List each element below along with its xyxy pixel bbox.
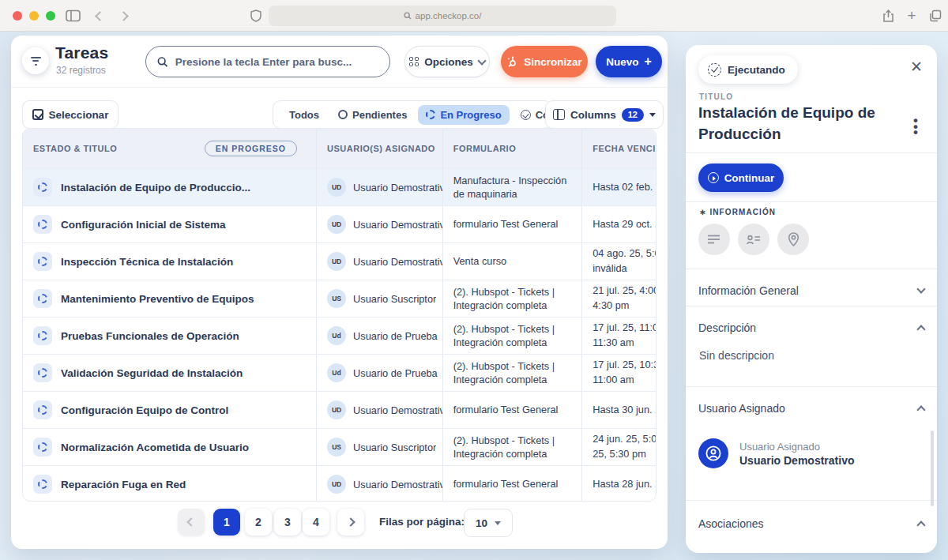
select-button[interactable]: Seleccionar bbox=[22, 100, 118, 129]
section-descripcion[interactable]: Descripción bbox=[698, 321, 924, 334]
section-asociaciones[interactable]: Asociaciones bbox=[698, 517, 924, 530]
panel-scrollbar[interactable] bbox=[931, 430, 934, 506]
address-bar[interactable]: app.checkop.co/ bbox=[269, 6, 616, 26]
table-row[interactable]: Configuración Equipo de ControlUDUsuario… bbox=[23, 391, 656, 428]
table-row[interactable]: Mantenimiento Preventivo de EquiposUSUsu… bbox=[23, 280, 656, 317]
user-avatar: Ud bbox=[327, 363, 346, 382]
status-in-progress-icon bbox=[33, 289, 52, 308]
rows-per-page-label: Filas por página: bbox=[379, 516, 465, 528]
page-button-3[interactable]: 3 bbox=[274, 509, 301, 536]
circle-icon bbox=[338, 110, 348, 119]
filter-tab-en-progreso[interactable]: En Progreso bbox=[418, 105, 509, 125]
close-icon[interactable]: ✕ bbox=[910, 59, 923, 74]
due-date: Hasta 29 oct. 25 bbox=[581, 206, 656, 242]
col-header-estado-titulo: ESTADO & TITULO bbox=[33, 144, 117, 153]
location-pin-icon[interactable] bbox=[777, 224, 809, 255]
section-usuario-asignado[interactable]: Usuario Asignado bbox=[698, 402, 924, 415]
prev-page-button[interactable] bbox=[178, 509, 205, 536]
assigned-users-icon[interactable] bbox=[738, 224, 769, 255]
table-row[interactable]: Validación Seguridad de InstalaciónUdUsu… bbox=[23, 354, 656, 391]
table-row[interactable]: Inspección Técnica de InstalaciónUDUsuar… bbox=[23, 242, 656, 280]
chevron-up-icon bbox=[916, 405, 925, 414]
zoom-window-button[interactable] bbox=[46, 11, 55, 21]
due-date: Hasta 30 jun. 25 bbox=[581, 392, 656, 428]
status-filter-badge: EN PROGRESO bbox=[205, 141, 297, 156]
filter-tab-pendientes[interactable]: Pendientes bbox=[330, 105, 415, 125]
form-name: Venta curso bbox=[442, 243, 582, 280]
new-button[interactable]: Nuevo + bbox=[596, 46, 662, 77]
status-in-progress-icon bbox=[33, 326, 52, 345]
information-label: INFORMACIÓN bbox=[709, 208, 776, 216]
share-icon[interactable] bbox=[878, 6, 897, 25]
assigned-user: Usuario Demostrativo bbox=[353, 219, 442, 231]
due-date: 17 jul. 25, 10:30 am11:00 am bbox=[581, 355, 656, 391]
form-name: formulario Test General bbox=[442, 206, 582, 242]
form-name: formulario Test General bbox=[442, 392, 582, 428]
options-button[interactable]: Opciones bbox=[404, 46, 490, 77]
chevron-up-icon bbox=[916, 521, 925, 529]
task-title: Mantenimiento Preventivo de Equipos bbox=[61, 293, 254, 305]
dashed-circle-icon bbox=[426, 110, 435, 119]
section-informacion-general[interactable]: Información General bbox=[698, 284, 924, 297]
more-options-icon[interactable]: ••• bbox=[910, 118, 921, 136]
status-in-progress-icon bbox=[33, 400, 52, 419]
search-box bbox=[145, 46, 390, 77]
shield-icon[interactable] bbox=[246, 6, 265, 25]
hubspot-icon bbox=[506, 56, 518, 68]
checkbox-icon bbox=[32, 109, 43, 120]
play-icon bbox=[708, 172, 719, 183]
status-in-progress-icon bbox=[33, 363, 52, 382]
close-window-button[interactable] bbox=[13, 11, 22, 21]
page-button-4[interactable]: 4 bbox=[303, 509, 329, 536]
page-title: Tareas bbox=[55, 43, 108, 62]
tab-overview-icon[interactable] bbox=[926, 6, 945, 25]
url-text: app.checkop.co/ bbox=[416, 11, 482, 21]
due-date: 04 ago. 25, 5:00 pminválida bbox=[581, 243, 656, 280]
form-name: (2). Hubspot - Tickets | Integración com… bbox=[442, 318, 582, 354]
continue-button[interactable]: Continuar bbox=[698, 163, 784, 192]
status-in-progress-icon bbox=[33, 438, 52, 457]
assigned-user: Usuario Suscriptor bbox=[353, 293, 436, 305]
tasks-card: Tareas 32 registros Opciones Sincronizar… bbox=[11, 36, 668, 549]
assigned-user: Usuario Demostrativo bbox=[353, 182, 442, 194]
form-name: Manufactura - Inspección de maquinaria bbox=[442, 169, 582, 205]
columns-button[interactable]: Columns 12 bbox=[545, 100, 664, 129]
user-avatar: UD bbox=[327, 178, 346, 197]
columns-icon bbox=[553, 109, 565, 120]
task-title: Validación Seguridad de Instalación bbox=[61, 367, 243, 379]
assigned-user: Usuario de Prueba bbox=[353, 330, 438, 342]
user-avatar: Ud bbox=[327, 326, 346, 345]
search-input[interactable] bbox=[175, 56, 378, 68]
form-name: (2). Hubspot - Tickets | Integración com… bbox=[442, 429, 582, 465]
user-avatar: UD bbox=[327, 475, 346, 494]
status-in-progress-icon bbox=[33, 252, 52, 271]
rows-per-page-select[interactable]: 10 bbox=[464, 509, 513, 537]
description-value: Sin descripcion bbox=[699, 349, 774, 362]
table-row[interactable]: Instalación de Equipo de Produccio...UDU… bbox=[23, 168, 656, 205]
table-row[interactable]: Reparación Fuga en RedUDUsuario Demostra… bbox=[23, 465, 656, 502]
assigned-user-label: Usuario Asignado bbox=[739, 441, 854, 453]
sidebar-toggle-icon[interactable] bbox=[63, 6, 82, 25]
next-page-button[interactable] bbox=[337, 509, 364, 536]
new-tab-icon[interactable]: + bbox=[902, 6, 921, 25]
filter-icon[interactable] bbox=[22, 47, 49, 74]
table-row[interactable]: Normalización Acometida de UsuarioUSUsua… bbox=[23, 428, 656, 465]
filter-tab-todos[interactable]: Todos bbox=[281, 105, 327, 125]
table-row[interactable]: Pruebas Funcionales de OperaciónUdUsuari… bbox=[23, 317, 656, 354]
minimize-window-button[interactable] bbox=[29, 11, 39, 21]
details-list-icon[interactable] bbox=[698, 224, 730, 255]
dropdown-arrow-icon bbox=[649, 113, 656, 117]
page-button-2[interactable]: 2 bbox=[245, 509, 272, 536]
assigned-user-item[interactable]: Usuario Asignado Usuario Demostrativo bbox=[698, 438, 854, 468]
chevron-up-icon bbox=[916, 325, 925, 333]
col-header-formulario: FORMULARIO bbox=[442, 129, 582, 168]
page-button-1[interactable]: 1 bbox=[213, 509, 240, 536]
due-date: Hasta 28 jun. 25 bbox=[581, 466, 656, 502]
user-avatar: US bbox=[327, 289, 346, 308]
title-label: TITULO bbox=[699, 92, 733, 101]
forward-button[interactable] bbox=[114, 6, 133, 25]
window-controls bbox=[13, 11, 55, 21]
sync-button[interactable]: Sincronizar bbox=[501, 46, 588, 77]
table-row[interactable]: Configuración Inicial de SistemaUDUsuari… bbox=[23, 205, 656, 242]
back-button[interactable] bbox=[90, 6, 109, 25]
